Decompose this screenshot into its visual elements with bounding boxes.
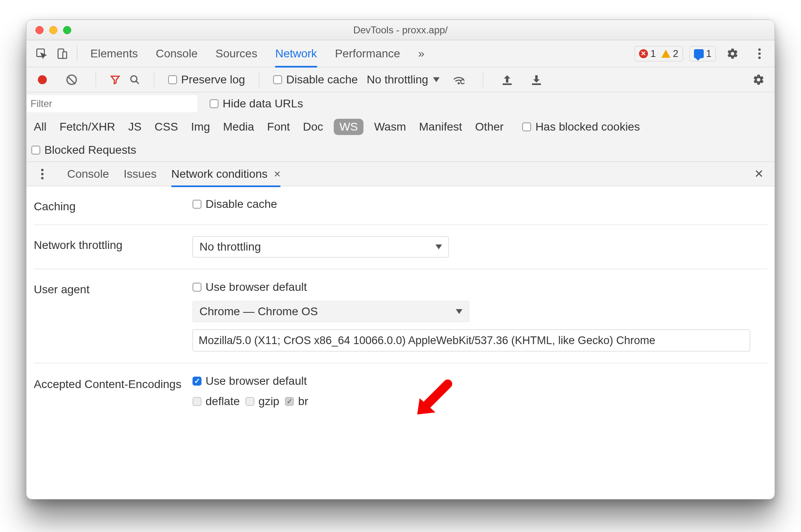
errors-warnings-badge[interactable]: ✕ 1 2	[635, 46, 683, 61]
error-count: 1	[650, 48, 656, 59]
message-icon	[694, 49, 704, 58]
drawer-close-icon[interactable]: ✕	[748, 164, 769, 184]
preserve-log-label: Preserve log	[181, 73, 245, 86]
disable-cache-label: Disable cache	[286, 73, 358, 86]
network-toolbar: Preserve log Disable cache No throttling	[26, 67, 775, 92]
svg-point-4	[758, 52, 761, 55]
window-title: DevTools - proxx.app/	[26, 24, 775, 36]
preserve-log-checkbox[interactable]: Preserve log	[168, 73, 245, 86]
clear-icon	[66, 74, 77, 85]
ua-preset-selected: Chrome — Chrome OS	[199, 305, 318, 318]
encoding-gzip-checkbox: gzip	[245, 395, 279, 408]
filter-manifest[interactable]: Manifest	[417, 119, 465, 135]
ua-use-default-checkbox[interactable]: Use browser default	[193, 281, 307, 294]
throttling-label: Network throttling	[34, 236, 193, 252]
svg-point-5	[758, 57, 761, 59]
svg-point-7	[458, 83, 460, 84]
blocked-requests-checkbox[interactable]: Blocked Requests	[31, 144, 136, 157]
tab-console[interactable]: Console	[156, 40, 198, 68]
device-toolbar-icon[interactable]	[52, 44, 72, 64]
throttling-value: No throttling	[367, 73, 428, 86]
filter-ws[interactable]: WS	[334, 119, 363, 135]
drawer-tab-network-conditions[interactable]: Network conditions ×	[171, 161, 281, 187]
filter-font[interactable]: Font	[265, 119, 292, 135]
warning-count: 2	[673, 48, 678, 59]
separator	[154, 72, 154, 87]
chevron-down-icon	[433, 77, 440, 82]
clear-button[interactable]	[61, 70, 82, 90]
filter-media[interactable]: Media	[221, 119, 256, 135]
encodings-label: Accepted Content-Encodings	[34, 375, 193, 391]
error-icon: ✕	[639, 49, 648, 58]
chevron-down-icon	[436, 244, 442, 249]
filter-js[interactable]: JS	[126, 119, 144, 135]
disable-cache-checkbox[interactable]: Disable cache	[273, 73, 358, 86]
tab-performance[interactable]: Performance	[335, 40, 400, 68]
filter-img[interactable]: Img	[188, 119, 212, 135]
encoding-gzip-label: gzip	[258, 395, 279, 408]
filter-input[interactable]	[26, 95, 197, 112]
tab-overflow[interactable]: »	[418, 40, 425, 68]
drawer-tabstrip: Console Issues Network conditions × ✕	[26, 162, 775, 186]
separator	[96, 72, 96, 87]
upload-har-icon[interactable]	[497, 70, 517, 90]
filter-wasm[interactable]: Wasm	[372, 119, 408, 135]
caching-disable-label: Disable cache	[206, 198, 277, 211]
ua-string-input[interactable]: Mozilla/5.0 (X11; CrOS x86_64 10066.0.0)…	[193, 329, 750, 351]
filter-css[interactable]: CSS	[152, 119, 181, 135]
drawer-tab-issues[interactable]: Issues	[124, 161, 157, 187]
network-panel-settings-icon[interactable]	[748, 70, 769, 90]
filter-doc[interactable]: Doc	[300, 119, 326, 135]
svg-point-11	[41, 169, 44, 171]
tab-network[interactable]: Network	[275, 40, 317, 68]
tab-elements[interactable]: Elements	[90, 40, 138, 68]
message-count: 1	[706, 48, 711, 59]
throttling-row: Network throttling No throttling	[34, 225, 767, 269]
blocked-cookies-checkbox[interactable]: Has blocked cookies	[522, 120, 640, 133]
ua-string-value: Mozilla/5.0 (X11; CrOS x86_64 10066.0.0)…	[199, 334, 655, 347]
caching-row: Caching Disable cache	[34, 186, 767, 225]
encoding-br-label: br	[298, 395, 308, 408]
hide-data-urls-checkbox[interactable]: Hide data URLs	[210, 97, 303, 110]
svg-point-8	[461, 80, 464, 84]
throttling-selected: No throttling	[199, 240, 261, 253]
encoding-br-checkbox: br	[285, 395, 308, 408]
ua-preset-dropdown[interactable]: Chrome — Chrome OS	[193, 301, 469, 322]
network-settings-icon[interactable]	[449, 70, 469, 90]
chevron-down-icon	[456, 309, 462, 314]
kebab-menu-icon[interactable]	[749, 44, 770, 64]
separator	[259, 72, 259, 87]
hide-data-urls-label: Hide data URLs	[223, 97, 303, 110]
encodings-use-default-checkbox[interactable]: Use browser default	[193, 375, 307, 388]
caching-label: Caching	[34, 198, 193, 213]
warning-icon	[661, 50, 670, 58]
record-button[interactable]	[32, 70, 53, 90]
encodings-row: Accepted Content-Encodings Use browser d…	[34, 363, 767, 412]
drawer-tab-netcond-label: Network conditions	[171, 168, 268, 180]
throttling-select[interactable]: No throttling	[367, 73, 440, 86]
devtools-window: DevTools - proxx.app/ Elements Console S…	[26, 20, 775, 499]
filter-other[interactable]: Other	[473, 119, 506, 135]
encoding-deflate-label: deflate	[206, 395, 240, 408]
titlebar: DevTools - proxx.app/	[26, 20, 775, 40]
separator	[483, 72, 483, 87]
filter-fetch[interactable]: Fetch/XHR	[57, 119, 118, 135]
download-har-icon[interactable]	[526, 70, 547, 90]
close-tab-icon[interactable]: ×	[274, 168, 280, 180]
drawer-kebab-icon[interactable]	[32, 164, 53, 184]
search-icon[interactable]	[129, 74, 140, 85]
filter-icon[interactable]	[110, 74, 120, 85]
ua-default-label: Use browser default	[206, 281, 307, 294]
throttling-dropdown[interactable]: No throttling	[193, 236, 449, 257]
settings-gear-icon[interactable]	[722, 44, 743, 64]
caching-disable-checkbox[interactable]: Disable cache	[193, 198, 277, 211]
messages-badge[interactable]: 1	[689, 46, 716, 61]
main-tabstrip: Elements Console Sources Network Perform…	[26, 40, 775, 67]
drawer-tab-console[interactable]: Console	[67, 161, 109, 187]
tab-sources[interactable]: Sources	[215, 40, 257, 68]
filter-all[interactable]: All	[31, 119, 49, 135]
network-filter-bar: Hide data URLs All Fetch/XHR JS CSS Img …	[26, 92, 775, 162]
svg-rect-10	[532, 83, 541, 85]
svg-point-12	[41, 173, 44, 175]
inspect-element-icon[interactable]	[31, 44, 52, 64]
